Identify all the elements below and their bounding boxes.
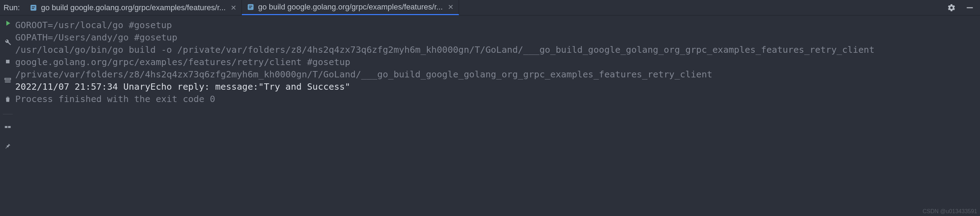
debug-button[interactable] bbox=[2, 38, 14, 49]
trash-button[interactable] bbox=[2, 95, 14, 106]
pin-icon bbox=[4, 142, 12, 152]
wrench-icon bbox=[4, 38, 12, 48]
gear-icon[interactable] bbox=[947, 3, 956, 12]
svg-rect-5 bbox=[249, 7, 251, 8]
split-icon bbox=[4, 123, 12, 133]
console-line: 2022/11/07 21:57:34 UnaryEcho reply: mes… bbox=[15, 81, 976, 93]
play-icon bbox=[3, 19, 12, 30]
run-tab-label: go build google.golang.org/grpc/examples… bbox=[41, 3, 226, 12]
watermark: CSDN @u013433591 bbox=[923, 208, 977, 214]
go-file-icon bbox=[247, 3, 255, 11]
stop-button[interactable] bbox=[2, 57, 14, 68]
svg-rect-11 bbox=[5, 126, 7, 128]
close-icon[interactable]: ✕ bbox=[229, 3, 237, 12]
svg-rect-1 bbox=[32, 6, 35, 7]
svg-rect-8 bbox=[5, 78, 11, 80]
run-tab-bar: Run: go build google.golang.org/grpc/exa… bbox=[0, 0, 980, 16]
pin-button[interactable] bbox=[2, 142, 14, 152]
console-line: /usr/local/go/bin/go build -o /private/v… bbox=[15, 44, 976, 68]
trash-icon bbox=[4, 95, 11, 105]
run-panel-label: Run: bbox=[0, 0, 25, 15]
close-icon[interactable]: ✕ bbox=[446, 3, 454, 11]
gutter-separator bbox=[3, 114, 13, 114]
console-line: GOPATH=/Users/andy/go #gosetup bbox=[15, 31, 976, 44]
run-tab[interactable]: go build google.golang.org/grpc/examples… bbox=[25, 0, 242, 15]
run-tab[interactable]: go build google.golang.org/grpc/examples… bbox=[242, 0, 459, 15]
go-file-icon bbox=[30, 4, 37, 12]
svg-rect-3 bbox=[248, 4, 254, 10]
run-tab-label: go build google.golang.org/grpc/examples… bbox=[258, 2, 443, 12]
layout-icon bbox=[4, 76, 12, 86]
svg-rect-2 bbox=[32, 8, 34, 8]
split-button[interactable] bbox=[2, 123, 14, 133]
svg-rect-12 bbox=[8, 126, 11, 128]
svg-rect-0 bbox=[30, 5, 37, 11]
run-button[interactable] bbox=[2, 19, 14, 30]
layout-button[interactable] bbox=[2, 76, 14, 87]
run-tool-gutter bbox=[0, 16, 15, 216]
console-line: /private/var/folders/z8/4hs2q4zx73q6zfg2… bbox=[15, 68, 976, 81]
svg-rect-4 bbox=[249, 6, 252, 6]
console-line: GOROOT=/usr/local/go #gosetup bbox=[15, 19, 976, 31]
console-line: Process finished with the exit code 0 bbox=[15, 93, 976, 105]
stop-icon bbox=[4, 57, 11, 67]
minimize-icon[interactable] bbox=[965, 3, 974, 12]
console-output: GOROOT=/usr/local/go #gosetupGOPATH=/Use… bbox=[15, 16, 980, 216]
svg-rect-7 bbox=[6, 60, 10, 64]
